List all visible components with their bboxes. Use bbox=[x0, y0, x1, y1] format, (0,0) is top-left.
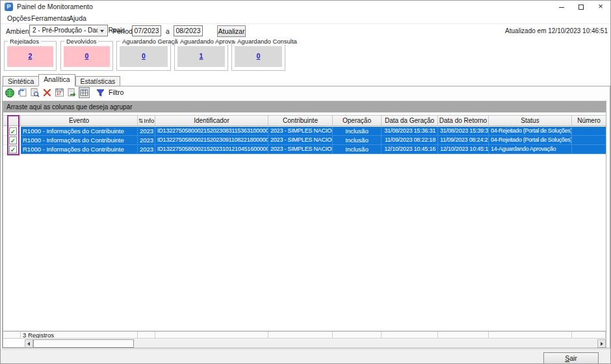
periodo-separator: a bbox=[166, 27, 170, 35]
aguardando-geracao-count-link[interactable]: 0 bbox=[120, 52, 168, 60]
cell-operacao: Inclusão bbox=[333, 136, 382, 145]
header-contribuinte[interactable]: Contribuinte bbox=[268, 116, 333, 125]
sair-rest: air bbox=[569, 354, 577, 362]
atualizar-button[interactable]: Atualizar bbox=[217, 25, 246, 37]
header-numero[interactable]: Número bbox=[572, 116, 606, 125]
header-checkbox-cell[interactable] bbox=[3, 116, 21, 125]
tab-analitica[interactable]: Analítica bbox=[38, 74, 75, 86]
title-bar: P Painel de Monitoramento × bbox=[1, 1, 610, 12]
cell-evento: R1000 - Informações do Contribuinte bbox=[21, 145, 138, 154]
groupbox-aguardando-aprovacao: Aguardando Aprovação 1 bbox=[174, 41, 228, 71]
groupbox-devolvidos-title: Devolvidos bbox=[64, 38, 98, 45]
updated-at-text: Atualizado em 12/10/2023 10:46:51 bbox=[505, 27, 608, 34]
devolvidos-panel: 0 bbox=[64, 46, 110, 67]
ambiente-value: 2 - Pré-Produção - Dados Reais bbox=[32, 27, 125, 34]
table-row[interactable]: ✓ R1000 - Informações do Contribuinte 20… bbox=[3, 136, 606, 145]
footer-cell bbox=[155, 332, 268, 338]
chevron-down-icon[interactable] bbox=[98, 26, 107, 35]
close-button[interactable]: × bbox=[591, 1, 610, 12]
ambiente-select[interactable]: 2 - Pré-Produção - Dados Reais bbox=[29, 25, 108, 36]
header-info[interactable]: ⇅Info bbox=[138, 116, 155, 125]
calendar-day-label: 17 bbox=[57, 91, 61, 96]
cell-data-retorno: 12/10/2023 10:45:16 bbox=[438, 145, 489, 154]
cell-data-geracao: 11/09/2023 08:22:18 bbox=[382, 136, 438, 145]
cell-data-geracao: 31/08/2023 15:36:31 bbox=[382, 127, 438, 136]
horizontal-scrollbar[interactable] bbox=[25, 339, 606, 348]
cell-data-retorno: 11/09/2023 08:24:22 bbox=[438, 136, 489, 145]
export-icon[interactable] bbox=[66, 87, 77, 98]
cell-identificador: ID1322750580002152023083115363100000 bbox=[155, 127, 268, 136]
cell-status: 04-Rejeitado (Portal de Soluções) bbox=[489, 136, 572, 145]
cell-operacao: Inclusão bbox=[333, 145, 382, 154]
minimize-button[interactable] bbox=[552, 1, 571, 12]
cell-evento: R1000 - Informações do Contribuinte bbox=[21, 127, 138, 136]
sort-ascending-icon: ⇅ bbox=[138, 118, 144, 124]
header-info-label: Info bbox=[144, 117, 154, 124]
menu-ferramentas[interactable]: Ferramentas bbox=[30, 14, 72, 23]
header-data-geracao[interactable]: Data da Geração bbox=[382, 116, 438, 125]
menu-ajuda[interactable]: Ajuda bbox=[68, 14, 88, 23]
grid-toolbar: 17 Filtro bbox=[5, 87, 124, 100]
cell-info: 2023 bbox=[138, 136, 155, 145]
table-row[interactable]: ✓ R1000 - Informações do Contribuinte 20… bbox=[3, 145, 606, 154]
cell-numero bbox=[572, 127, 606, 136]
devolvidos-count-link[interactable]: 0 bbox=[64, 52, 110, 60]
cell-info: 2023 bbox=[138, 145, 155, 154]
footer-cell bbox=[489, 332, 572, 338]
cell-identificador: ID1322750580002152023101210451600000 bbox=[155, 145, 268, 154]
rejeitados-count-link[interactable]: 2 bbox=[7, 52, 53, 60]
header-identificador[interactable]: Identificador bbox=[155, 116, 268, 125]
periodo-to-input[interactable]: 08/2023 bbox=[174, 25, 203, 36]
groupbox-rejeitados-title: Rejeitados bbox=[8, 38, 41, 45]
header-data-retorno[interactable]: Data do Retorno bbox=[438, 116, 489, 125]
tab-sintetica[interactable]: Sintética bbox=[3, 76, 38, 86]
delete-icon[interactable] bbox=[42, 87, 53, 98]
filtro-label[interactable]: Filtro bbox=[109, 87, 124, 98]
scrollbar-thumb[interactable] bbox=[33, 339, 134, 348]
scroll-left-arrow[interactable] bbox=[25, 339, 33, 348]
cell-status: 14-Aguardando Aprovação bbox=[489, 145, 572, 154]
tab-strip: Sintética Analítica Estatísticas bbox=[3, 74, 120, 86]
globe-icon[interactable] bbox=[5, 87, 16, 98]
aguardando-aprovacao-count-link[interactable]: 1 bbox=[177, 52, 225, 60]
cell-operacao: Inclusão bbox=[333, 127, 382, 136]
cell-contribuinte: 2023 - SIMPLES NACIONAL bbox=[268, 136, 333, 145]
cell-contribuinte: 2023 - SIMPLES NACIONAL bbox=[268, 145, 333, 154]
periodo-from-input[interactable]: 07/2023 bbox=[132, 25, 161, 36]
close-icon: × bbox=[598, 1, 603, 11]
header-evento[interactable]: Evento bbox=[21, 116, 138, 125]
groupbox-aguardando-consulta: Aguardando Consulta 0 bbox=[231, 41, 285, 71]
sair-button[interactable]: Sair bbox=[543, 352, 599, 364]
tab-estatisticas[interactable]: Estatísticas bbox=[75, 76, 121, 86]
group-by-bar[interactable]: Arraste aqui as colunas que deseja agrup… bbox=[3, 101, 606, 112]
footer-cell bbox=[138, 332, 155, 338]
calendar-icon[interactable]: 17 bbox=[54, 87, 65, 98]
header-operacao[interactable]: Operação bbox=[333, 116, 382, 125]
table-row[interactable]: ✓ R1000 - Informações do Contribuinte 20… bbox=[3, 127, 606, 136]
cell-numero bbox=[572, 145, 606, 154]
row-checkbox-cell: ✓ bbox=[3, 136, 21, 145]
groupbox-devolvidos: Devolvidos 0 bbox=[60, 41, 113, 71]
footer-cell bbox=[268, 332, 333, 338]
scroll-right-arrow[interactable] bbox=[597, 339, 606, 348]
import-icon[interactable] bbox=[17, 87, 28, 98]
grid-header-row: Evento ⇅Info Identificador Contribuinte … bbox=[3, 115, 606, 126]
groupbox-rejeitados: Rejeitados 2 bbox=[4, 41, 57, 71]
cell-evento: R1000 - Informações do Contribuinte bbox=[21, 136, 138, 145]
cell-data-geracao: 12/10/2023 10:45:16 bbox=[382, 145, 438, 154]
row-checkbox-cell: ✓ bbox=[3, 145, 21, 154]
minimize-icon bbox=[559, 7, 564, 8]
row-checkbox[interactable]: ✓ bbox=[9, 136, 17, 144]
row-checkbox[interactable]: ✓ bbox=[9, 127, 17, 135]
maximize-button[interactable] bbox=[571, 1, 591, 12]
menu-opcoes[interactable]: Opções bbox=[6, 14, 32, 23]
footer-cell bbox=[3, 332, 21, 338]
row-checkbox[interactable]: ✓ bbox=[9, 146, 17, 153]
header-status[interactable]: Status bbox=[489, 116, 572, 125]
aguardando-consulta-count-link[interactable]: 0 bbox=[235, 52, 282, 60]
filter-icon[interactable] bbox=[95, 87, 106, 98]
grid-view-icon[interactable] bbox=[79, 87, 90, 98]
preview-icon[interactable] bbox=[29, 87, 40, 98]
window-title: Painel de Monitoramento bbox=[17, 3, 93, 10]
groupbox-aguardando-consulta-title: Aguardando Consulta bbox=[235, 38, 299, 45]
